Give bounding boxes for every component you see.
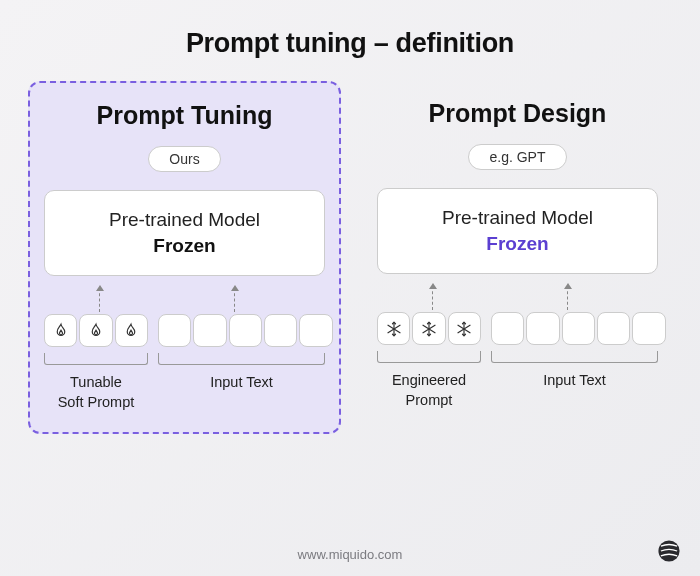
prompt-token xyxy=(115,314,148,347)
left-arrows xyxy=(44,288,325,312)
snowflake-icon xyxy=(420,320,438,338)
fire-icon xyxy=(87,322,105,340)
left-input-tokens xyxy=(158,314,325,347)
snowflake-icon xyxy=(455,320,473,338)
arrow-up-icon xyxy=(234,288,235,312)
left-badge: Ours xyxy=(148,146,220,172)
right-input-tokens xyxy=(491,312,658,345)
left-labels: Tunable Soft Prompt Input Text xyxy=(44,373,325,412)
right-token-row xyxy=(377,312,658,345)
left-model-box: Pre-trained Model Frozen xyxy=(44,190,325,276)
page-title: Prompt tuning – definition xyxy=(0,0,700,81)
input-token xyxy=(229,314,262,347)
right-labels: Engineered Prompt Input Text xyxy=(377,371,658,410)
left-input-label: Input Text xyxy=(158,373,325,412)
right-brackets xyxy=(377,351,658,363)
diagram-columns: Prompt Tuning Ours Pre-trained Model Fro… xyxy=(0,81,700,434)
arrow-up-icon xyxy=(99,288,100,312)
right-model-frozen: Frozen xyxy=(388,233,647,255)
left-prompt-tokens xyxy=(44,314,148,347)
left-prompt-label: Tunable Soft Prompt xyxy=(44,373,148,412)
left-token-row xyxy=(44,314,325,347)
right-badge: e.g. GPT xyxy=(468,144,566,170)
footer-url: www.miquido.com xyxy=(0,547,700,562)
bracket-icon xyxy=(491,351,658,363)
input-token xyxy=(264,314,297,347)
fire-icon xyxy=(52,322,70,340)
input-token xyxy=(299,314,332,347)
prompt-token xyxy=(412,312,445,345)
bracket-icon xyxy=(158,353,325,365)
right-input-label: Input Text xyxy=(491,371,658,410)
arrow-up-icon xyxy=(567,286,568,310)
prompt-token xyxy=(44,314,77,347)
miquido-logo-icon xyxy=(656,538,682,564)
prompt-design-panel: Prompt Design e.g. GPT Pre-trained Model… xyxy=(363,81,672,434)
bracket-icon xyxy=(377,351,481,363)
prompt-tuning-panel: Prompt Tuning Ours Pre-trained Model Fro… xyxy=(28,81,341,434)
right-prompt-tokens xyxy=(377,312,481,345)
left-model-frozen: Frozen xyxy=(55,235,314,257)
snowflake-icon xyxy=(385,320,403,338)
prompt-token xyxy=(377,312,410,345)
input-token xyxy=(632,312,665,345)
input-token xyxy=(158,314,191,347)
right-model-line1: Pre-trained Model xyxy=(388,207,647,229)
bracket-icon xyxy=(44,353,148,365)
input-token xyxy=(193,314,226,347)
right-arrows xyxy=(377,286,658,310)
fire-icon xyxy=(122,322,140,340)
input-token xyxy=(597,312,630,345)
right-prompt-label: Engineered Prompt xyxy=(377,371,481,410)
prompt-token xyxy=(448,312,481,345)
prompt-token xyxy=(79,314,112,347)
input-token xyxy=(562,312,595,345)
input-token xyxy=(491,312,524,345)
right-model-box: Pre-trained Model Frozen xyxy=(377,188,658,274)
left-brackets xyxy=(44,353,325,365)
right-heading: Prompt Design xyxy=(429,99,607,128)
input-token xyxy=(526,312,559,345)
arrow-up-icon xyxy=(432,286,433,310)
left-heading: Prompt Tuning xyxy=(97,101,273,130)
left-model-line1: Pre-trained Model xyxy=(55,209,314,231)
